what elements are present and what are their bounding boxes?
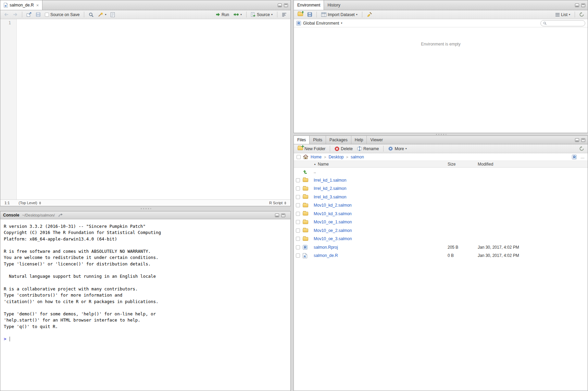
scope-selector[interactable]: (Top Level) [18, 201, 41, 205]
table-row[interactable]: Mov10_oe_1.salmon [294, 218, 588, 226]
list-view-selector[interactable]: List ▾ [554, 12, 571, 17]
back-button[interactable] [3, 12, 10, 17]
table-row[interactable]: Irrel_kd_1.salmon [294, 176, 588, 185]
row-checkbox[interactable] [296, 186, 300, 191]
file-link[interactable]: Irrel_kd_3.salmon [314, 195, 346, 199]
environment-search-input[interactable] [548, 21, 583, 25]
forward-button[interactable] [12, 12, 18, 17]
compile-report-button[interactable] [110, 12, 116, 17]
column-header-size[interactable]: Size [448, 162, 478, 167]
tab-plots[interactable]: Plots [310, 136, 326, 144]
select-all-checkbox[interactable] [297, 155, 301, 159]
column-header-modified[interactable]: Modified [478, 162, 588, 167]
table-row[interactable]: Mov10_oe_3.salmon [294, 235, 588, 243]
tab-help[interactable]: Help [351, 136, 367, 144]
row-checkbox[interactable] [296, 253, 300, 258]
new-folder-button[interactable]: New Folder [297, 146, 326, 152]
table-row[interactable]: Irrel_kd_2.salmon [294, 184, 588, 193]
open-in-new-window-button[interactable] [26, 12, 33, 17]
maximize-pane-icon[interactable] [581, 3, 585, 7]
file-link[interactable]: Mov10_oe_3.salmon [314, 236, 352, 241]
import-dataset-button[interactable]: Import Dataset ▾ [320, 12, 359, 17]
table-row[interactable]: R salmon.Rproj 205 B Jan 30, 2017, 4:02 … [294, 243, 588, 252]
table-row[interactable]: R salmon_de.R 0 B Jan 30, 2017, 4:02 PM [294, 251, 588, 260]
close-icon[interactable]: × [36, 3, 39, 8]
tab-label: Help [355, 138, 363, 142]
tab-files[interactable]: Files [294, 136, 310, 144]
horizontal-splitter[interactable] [293, 133, 588, 135]
row-checkbox[interactable] [296, 237, 300, 241]
row-checkbox[interactable] [296, 229, 300, 233]
code-tools-button[interactable]: ▾ [97, 12, 107, 17]
save-button[interactable] [35, 12, 41, 17]
maximize-pane-icon[interactable] [581, 138, 585, 142]
scope-selector-label[interactable]: Global Environment [303, 21, 339, 26]
file-link[interactable]: Irrel_kd_2.salmon [314, 186, 346, 191]
tab-salmon-de-r[interactable]: R salmon_de.R × [0, 0, 42, 10]
file-link[interactable]: salmon.Rproj [314, 245, 338, 250]
find-replace-button[interactable] [88, 12, 95, 17]
row-checkbox[interactable] [296, 203, 300, 207]
row-checkbox[interactable] [296, 195, 300, 199]
console-output[interactable]: R version 3.3.2 (2016-10-31) -- "Sincere… [0, 219, 290, 391]
horizontal-splitter[interactable] [0, 206, 291, 211]
row-checkbox[interactable] [296, 245, 300, 249]
delete-button[interactable]: Delete [334, 146, 354, 152]
table-row[interactable]: Mov10_kd_2.salmon [294, 201, 588, 210]
minimize-pane-icon[interactable] [575, 138, 579, 142]
files-toolbar: New Folder Delete Rename More ▾ [294, 144, 588, 153]
more-button[interactable]: More ▾ [387, 146, 408, 152]
run-button[interactable]: Run [215, 12, 230, 17]
rerun-button[interactable]: ▾ [233, 12, 243, 17]
tab-environment[interactable]: Environment [294, 0, 324, 10]
splitter-grip[interactable] [435, 133, 446, 135]
file-link[interactable]: Mov10_oe_2.salmon [314, 228, 352, 233]
row-checkbox[interactable] [296, 178, 300, 182]
source-on-save-checkbox[interactable] [45, 13, 49, 17]
refresh-button[interactable] [578, 12, 585, 17]
table-row-parent[interactable]: .. [294, 168, 588, 176]
home-icon[interactable] [303, 155, 308, 159]
tab-history[interactable]: History [324, 0, 343, 10]
file-link[interactable]: salmon_de.R [314, 253, 338, 258]
table-row[interactable]: Irrel_kd_3.salmon [294, 193, 588, 201]
breadcrumb-home[interactable]: Home [311, 155, 322, 159]
maximize-pane-icon[interactable] [284, 3, 288, 7]
file-link[interactable]: Irrel_kd_1.salmon [314, 178, 346, 183]
rename-button[interactable]: Rename [356, 146, 380, 152]
clear-environment-button[interactable] [366, 12, 373, 17]
file-type-selector[interactable]: R Script [269, 201, 286, 205]
minimize-pane-icon[interactable] [278, 3, 282, 7]
environment-search-box[interactable] [540, 20, 585, 26]
file-link[interactable]: Mov10_oe_1.salmon [314, 220, 352, 224]
console-line: Type 'license()' or 'licence()' for dist… [4, 261, 290, 267]
save-workspace-button[interactable] [306, 12, 313, 17]
goto-directory-button[interactable] [58, 213, 63, 217]
code-editor[interactable] [17, 19, 290, 199]
row-checkbox[interactable] [296, 212, 300, 216]
console-prompt-line[interactable]: > [4, 336, 290, 342]
refresh-button[interactable] [578, 146, 585, 151]
file-link[interactable]: Mov10_kd_3.salmon [314, 211, 352, 216]
source-button[interactable]: Source ▾ [250, 12, 274, 17]
file-link[interactable]: .. [314, 169, 316, 174]
tab-packages[interactable]: Packages [326, 136, 351, 144]
r-project-icon[interactable]: R [572, 155, 577, 159]
document-outline-button[interactable] [281, 12, 288, 17]
load-workspace-button[interactable] [297, 12, 304, 17]
minimize-pane-icon[interactable] [575, 3, 579, 7]
table-row[interactable]: Mov10_kd_3.salmon [294, 210, 588, 218]
row-checkbox[interactable] [296, 220, 300, 224]
minimize-pane-icon[interactable] [275, 213, 279, 217]
maximize-pane-icon[interactable] [281, 213, 285, 217]
source-on-save-toggle[interactable]: Source on Save [44, 12, 80, 17]
file-link[interactable]: Mov10_kd_2.salmon [314, 203, 352, 208]
table-row[interactable]: Mov10_oe_2.salmon [294, 226, 588, 235]
breadcrumb-salmon[interactable]: salmon [351, 155, 364, 159]
more-columns-button[interactable]: … [580, 155, 585, 159]
splitter-grip[interactable] [140, 208, 151, 210]
tab-viewer[interactable]: Viewer [366, 136, 386, 144]
breadcrumb-desktop[interactable]: Desktop [328, 155, 343, 159]
vertical-splitter[interactable] [291, 0, 293, 391]
column-header-name[interactable]: ▲ Name [311, 162, 448, 167]
